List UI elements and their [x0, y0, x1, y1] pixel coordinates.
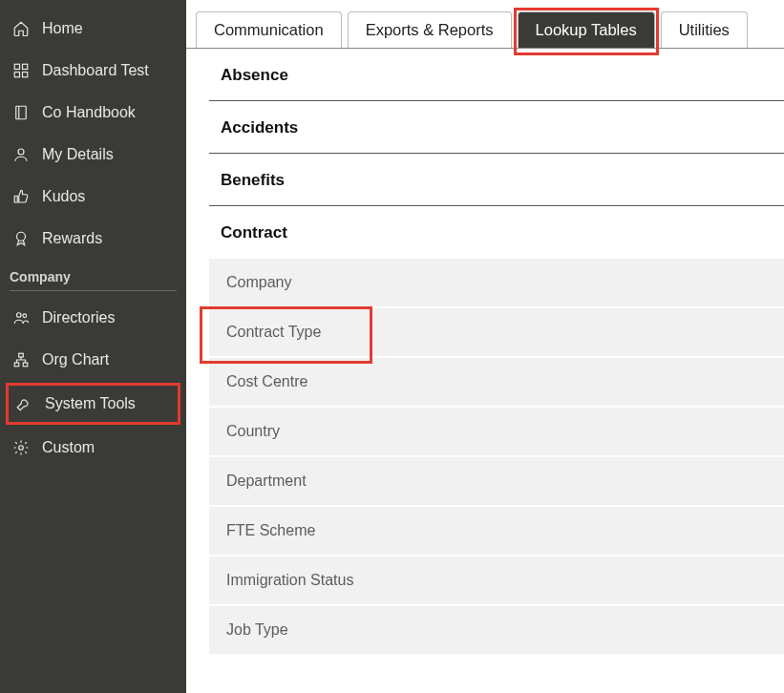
sidebar-item-co-handbook[interactable]: Co Handbook	[0, 92, 186, 134]
sidebar-item-label: Directories	[42, 309, 115, 326]
sidebar-item-home[interactable]: Home	[0, 8, 186, 50]
book-icon	[11, 103, 31, 122]
sub-company[interactable]: Company	[209, 258, 784, 307]
sidebar-item-label: System Tools	[45, 395, 136, 412]
sidebar-item-my-details[interactable]: My Details	[0, 134, 186, 176]
sidebar-item-dashboard-test[interactable]: Dashboard Test	[0, 50, 186, 92]
category-accidents[interactable]: Accidents	[209, 101, 784, 154]
sidebar-item-label: Dashboard Test	[42, 62, 149, 79]
svg-rect-3	[23, 73, 28, 77]
sub-job-type[interactable]: Job Type	[209, 605, 784, 655]
sub-immigration-status[interactable]: Immigration Status	[209, 556, 784, 605]
category-benefits[interactable]: Benefits	[209, 154, 784, 206]
gear-icon	[11, 438, 31, 457]
svg-rect-1	[23, 64, 28, 69]
svg-point-7	[17, 232, 26, 241]
tabs-bar: Communication Exports & Reports Lookup T…	[186, 0, 784, 49]
svg-point-8	[17, 313, 22, 318]
svg-rect-11	[14, 363, 19, 367]
svg-rect-0	[14, 64, 19, 69]
category-absence[interactable]: Absence	[209, 49, 784, 101]
sub-contract-type[interactable]: Contract Type	[209, 307, 784, 357]
sidebar-item-label: Custom	[42, 439, 95, 456]
tab-exports-reports[interactable]: Exports & Reports	[348, 11, 512, 48]
svg-rect-2	[14, 73, 19, 77]
tab-communication[interactable]: Communication	[196, 11, 342, 48]
sub-fte-scheme[interactable]: FTE Scheme	[209, 506, 784, 556]
sub-department[interactable]: Department	[209, 456, 784, 506]
sidebar-item-label: Kudos	[42, 188, 85, 205]
sidebar-item-label: Rewards	[42, 230, 102, 247]
category-contract[interactable]: Contract	[209, 206, 784, 258]
person-icon	[11, 145, 31, 164]
svg-rect-12	[23, 363, 28, 367]
sidebar-item-label: Co Handbook	[42, 104, 136, 121]
tab-lookup-tables[interactable]: Lookup Tables	[518, 11, 655, 48]
award-icon	[11, 229, 31, 248]
sidebar-item-org-chart[interactable]: Org Chart	[0, 339, 186, 381]
sidebar-item-custom[interactable]: Custom	[0, 427, 186, 469]
svg-point-9	[23, 314, 27, 318]
sidebar-item-rewards[interactable]: Rewards	[0, 218, 186, 260]
sidebar-divider	[10, 290, 177, 291]
sidebar-item-kudos[interactable]: Kudos	[0, 176, 186, 218]
thumbs-up-icon	[11, 187, 31, 206]
contract-sublist: Company Contract Type Cost Centre Countr…	[209, 258, 784, 655]
sidebar-item-label: Home	[42, 20, 83, 37]
sidebar: Home Dashboard Test Co Handbook My Detai…	[0, 0, 186, 693]
main-content: Communication Exports & Reports Lookup T…	[186, 0, 784, 693]
svg-rect-4	[16, 106, 27, 119]
category-list: Absence Accidents Benefits Contract Comp…	[186, 49, 784, 655]
svg-point-6	[18, 149, 24, 155]
home-icon	[11, 19, 31, 38]
wrench-icon	[14, 394, 33, 413]
sub-cost-centre[interactable]: Cost Centre	[209, 357, 784, 407]
sidebar-group-company: Company	[0, 260, 186, 290]
dashboard-icon	[11, 61, 31, 80]
tab-utilities[interactable]: Utilities	[661, 11, 748, 48]
svg-rect-10	[19, 353, 24, 357]
sidebar-item-directories[interactable]: Directories	[0, 297, 186, 339]
sidebar-item-system-tools[interactable]: System Tools	[6, 383, 180, 425]
sub-country[interactable]: Country	[209, 407, 784, 456]
svg-point-13	[19, 446, 24, 451]
sidebar-item-label: Org Chart	[42, 351, 109, 368]
sidebar-item-label: My Details	[42, 146, 114, 163]
org-chart-icon	[11, 350, 31, 369]
people-icon	[11, 308, 31, 327]
